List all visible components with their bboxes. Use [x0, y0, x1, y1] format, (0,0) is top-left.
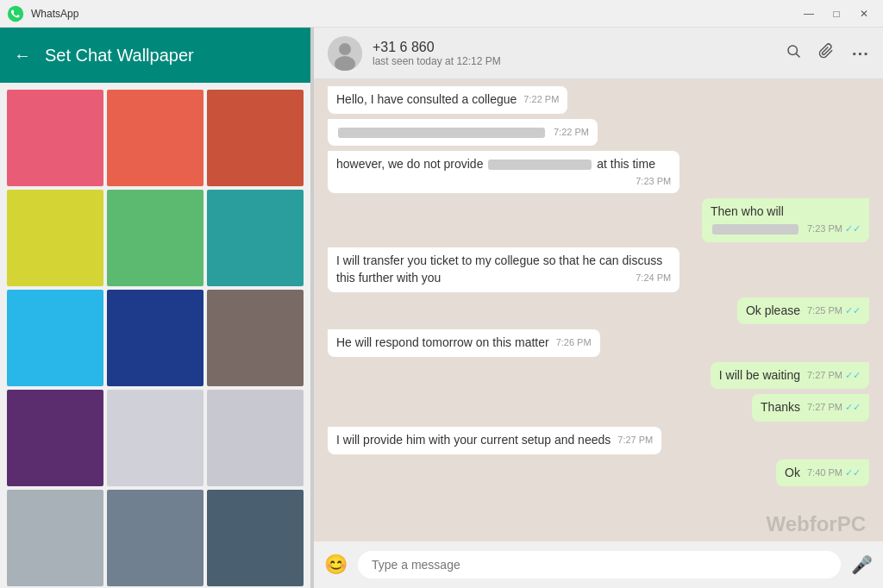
search-icon[interactable] [786, 43, 801, 63]
message-row-10: I will provide him with your current set… [328, 427, 869, 454]
mic-button[interactable]: 🎤 [851, 554, 873, 575]
chat-input-bar: 😊 🎤 [314, 541, 883, 588]
close-button[interactable]: ✕ [852, 4, 876, 23]
wallpaper-header: ← Set Chat Wallpaper [0, 28, 310, 83]
color-swatch-5[interactable] [207, 190, 304, 286]
color-swatch-8[interactable] [207, 290, 304, 386]
color-swatch-1[interactable] [107, 90, 204, 186]
app-title: WhatsApp [31, 8, 78, 20]
message-row-11: Ok7:40 PM ✓✓ [328, 460, 869, 487]
message-bubble-6: Ok please7:25 PM ✓✓ [737, 297, 869, 325]
more-options-icon[interactable]: ⋯ [851, 43, 869, 64]
message-bubble-10: I will provide him with your current set… [328, 427, 661, 454]
message-row-4: Then who will7:23 PM ✓✓ [328, 198, 869, 242]
whatsapp-logo-icon [7, 5, 24, 22]
color-swatch-4[interactable] [107, 190, 204, 286]
color-swatch-10[interactable] [107, 390, 204, 486]
chat-header-actions: ⋯ [786, 43, 869, 64]
maximize-button[interactable]: □ [824, 4, 849, 23]
message-input[interactable] [358, 551, 841, 579]
message-row-6: Ok please7:25 PM ✓✓ [328, 297, 869, 325]
contact-name: +31 6 860 [373, 40, 775, 55]
color-swatch-11[interactable] [207, 390, 304, 486]
color-swatch-6[interactable] [7, 290, 103, 386]
color-swatch-13[interactable] [107, 490, 204, 586]
message-bubble-11: Ok7:40 PM ✓✓ [776, 460, 869, 487]
chat-panel: +31 6 860 last seen today at 12:12 PM ⋯ [314, 28, 883, 588]
color-swatch-3[interactable] [7, 190, 103, 286]
back-button[interactable]: ← [14, 46, 31, 66]
color-swatch-9[interactable] [7, 390, 103, 486]
emoji-button[interactable]: 😊 [324, 554, 348, 576]
title-bar: WhatsApp — □ ✕ [0, 0, 883, 28]
message-bubble-2: 7:22 PM [328, 119, 598, 147]
attach-icon[interactable] [818, 43, 834, 63]
wallpaper-panel: ← Set Chat Wallpaper [0, 28, 310, 588]
message-bubble-9: Thanks7:27 PM ✓✓ [752, 394, 869, 422]
title-bar-left: WhatsApp [7, 5, 78, 22]
message-bubble-4: Then who will7:23 PM ✓✓ [702, 198, 869, 242]
color-swatch-2[interactable] [207, 90, 304, 186]
message-bubble-3: however, we do not provide at this time7… [328, 151, 679, 193]
contact-status: last seen today at 12:12 PM [373, 55, 775, 67]
color-swatch-14[interactable] [207, 490, 304, 586]
color-swatch-7[interactable] [107, 290, 204, 386]
message-bubble-1: Hello, I have consulted a collegue7:22 P… [328, 86, 567, 114]
message-bubble-5: I will transfer you ticket to my collegu… [328, 247, 679, 291]
contact-info: +31 6 860 last seen today at 12:12 PM [373, 40, 775, 67]
svg-line-5 [796, 53, 799, 57]
message-row-9: Thanks7:27 PM ✓✓ [328, 394, 869, 422]
message-bubble-8: I will be waiting7:27 PM ✓✓ [711, 362, 869, 390]
color-swatch-12[interactable] [7, 490, 103, 586]
main-content: ← Set Chat Wallpaper +31 6 860 last seen… [0, 28, 883, 588]
message-row-8: I will be waiting7:27 PM ✓✓ [328, 362, 869, 390]
svg-point-0 [8, 5, 23, 21]
svg-point-4 [788, 46, 798, 55]
wallpaper-panel-title: Set Chat Wallpaper [45, 46, 194, 66]
color-grid [0, 83, 310, 588]
message-row-3: however, we do not provide at this time7… [328, 151, 869, 193]
message-bubble-7: He will respond tomorrow on this matter7… [328, 329, 600, 357]
minimize-button[interactable]: — [797, 4, 821, 23]
chat-header: +31 6 860 last seen today at 12:12 PM ⋯ [314, 28, 883, 79]
message-row-5: I will transfer you ticket to my collegu… [328, 247, 869, 291]
color-swatch-0[interactable] [7, 90, 103, 186]
message-row-7: He will respond tomorrow on this matter7… [328, 329, 869, 357]
contact-avatar [328, 36, 362, 71]
title-bar-controls: — □ ✕ [797, 4, 876, 23]
chat-messages: Hello, I have consulted a collegue7:22 P… [314, 79, 883, 541]
message-row-2: 7:22 PM [328, 119, 869, 147]
message-row-1: Hello, I have consulted a collegue7:22 P… [328, 86, 869, 114]
svg-point-2 [339, 43, 351, 55]
